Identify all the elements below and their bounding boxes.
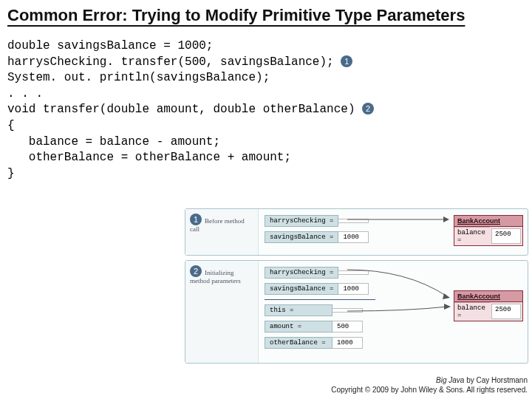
diagram-panel-2: 2Initializing method parameters harrysCh… <box>185 260 528 364</box>
var-value <box>338 270 369 275</box>
code-line: . . . <box>7 87 43 100</box>
var-label: this = <box>265 304 332 316</box>
var-value <box>338 219 369 223</box>
var-row: amount =500 <box>265 321 522 332</box>
var-label: savingsBalance = <box>265 283 338 295</box>
var-row: otherBalance =1000 <box>265 337 522 349</box>
object-title: BankAccount <box>454 216 522 227</box>
object-field: balance = <box>454 227 490 245</box>
var-value: 1000 <box>332 337 363 349</box>
code-line: harrysChecking. transfer(500, savingsBal… <box>7 55 341 69</box>
var-label: harrysChecking = <box>265 215 338 227</box>
diagram: 1Before method call harrysChecking = sav… <box>185 208 528 368</box>
var-value: 1000 <box>338 283 369 295</box>
footer-author: by Cay Horstmann <box>464 376 528 384</box>
object-value: 2500 <box>491 304 521 319</box>
code-line: double savingsBalance = 1000; <box>7 39 213 52</box>
var-label: savingsBalance = <box>265 231 338 243</box>
var-row: harrysChecking = <box>265 267 522 279</box>
page-title: Common Error: Trying to Modify Primitive… <box>7 6 465 24</box>
divider <box>265 299 375 300</box>
var-label: harrysChecking = <box>265 267 338 279</box>
footer: Big Java by Cay Horstmann Copyright © 20… <box>331 375 528 395</box>
var-label: otherBalance = <box>265 337 332 349</box>
var-value <box>332 308 363 313</box>
bullet-1-icon: 1 <box>190 214 202 225</box>
code-line: balance = balance - amount; <box>7 135 220 149</box>
var-label: amount = <box>265 321 332 332</box>
diagram-panel-1: 1Before method call harrysChecking = sav… <box>185 208 528 256</box>
object-value: 2500 <box>491 228 521 244</box>
object-box: BankAccount balance = 2500 <box>454 215 523 246</box>
var-value: 1000 <box>338 231 369 243</box>
code-block: double savingsBalance = 1000; harrysChec… <box>0 28 532 182</box>
code-line: } <box>7 167 15 180</box>
object-title: BankAccount <box>454 291 522 302</box>
var-value: 500 <box>332 321 363 332</box>
code-line: otherBalance = otherBalance + amount; <box>7 151 291 164</box>
object-box: BankAccount balance = 2500 <box>454 290 523 321</box>
object-field: balance = <box>454 302 490 321</box>
code-line: System. out. println(savingsBalance); <box>7 71 270 84</box>
bullet-2-icon: 2 <box>362 103 374 115</box>
bullet-2-icon: 2 <box>190 265 202 277</box>
bullet-1-icon: 1 <box>341 55 352 67</box>
code-line: { <box>7 119 15 132</box>
footer-copyright: Copyright © 2009 by John Wiley & Sons. A… <box>331 385 528 395</box>
footer-book-title: Big Java <box>436 376 464 384</box>
code-line: void transfer(double amount, double othe… <box>7 103 362 116</box>
